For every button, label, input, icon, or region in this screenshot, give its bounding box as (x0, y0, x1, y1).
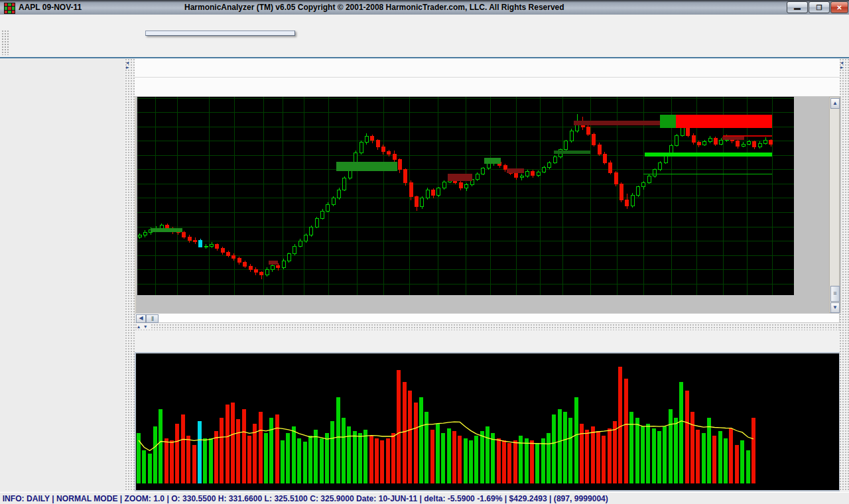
menu-bar (0, 15, 849, 29)
title-symbol: AAPL 09-NOV-11 (19, 3, 184, 12)
toolbar-grip[interactable] (1, 30, 9, 55)
price-axis (794, 97, 829, 313)
app-window: AAPL 09-NOV-11 HarmonicAnalyzer (TM) v6.… (0, 0, 849, 504)
indicator-tabs (135, 331, 840, 351)
minimize-button[interactable]: ▬ (787, 1, 808, 13)
title-text: HarmonicAnalyzer (TM) v6.05 Copyright © … (184, 3, 564, 12)
zigzag-controls-row (135, 78, 840, 97)
price-chart-panel: ▲ ▼ (135, 97, 841, 313)
indicator-legend-row (135, 58, 840, 78)
volume-pane[interactable] (135, 352, 840, 491)
symbol-sidebar (0, 58, 125, 491)
date-axis (137, 295, 794, 313)
vertical-scroll-thumb[interactable] (830, 286, 840, 302)
restore-button[interactable]: ❐ (809, 1, 830, 13)
horizontal-splitter[interactable]: ▴ ▾ (135, 324, 840, 330)
close-button[interactable]: ✕ (830, 1, 848, 13)
scroll-left-icon[interactable]: ◀ (136, 314, 146, 323)
horizontal-scrollbar[interactable]: ◀ ||| (135, 313, 840, 323)
status-bar: INFO: DAILY | NORMAL MODE | ZOOM: 1.0 | … (0, 492, 849, 504)
scroll-up-icon[interactable]: ▲ (830, 98, 840, 109)
status-text: INFO: DAILY | NORMAL MODE | ZOOM: 1.0 | … (0, 493, 789, 504)
volume-chart-svg (136, 353, 838, 490)
vertical-scrollbar[interactable]: ▲ ▼ (829, 97, 840, 313)
scroll-down-icon[interactable]: ▼ (830, 302, 840, 313)
tools-dropdown-menu (145, 31, 295, 36)
toolbar (0, 29, 849, 58)
horizontal-scroll-thumb[interactable]: ||| (146, 314, 159, 323)
app-icon (4, 3, 15, 14)
left-splitter[interactable]: ◂▸ (125, 58, 135, 491)
title-bar: AAPL 09-NOV-11 HarmonicAnalyzer (TM) v6.… (0, 0, 849, 15)
candlestick-chart[interactable] (137, 97, 794, 295)
